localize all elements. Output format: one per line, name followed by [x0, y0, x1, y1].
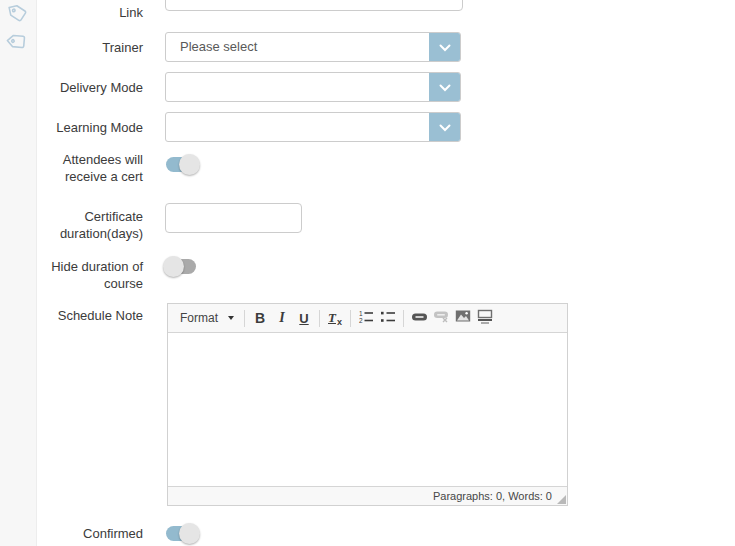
rich-text-editor: Format B I U Tx 1 2: [167, 303, 568, 506]
toggle-knob: [163, 256, 184, 277]
schedule-note-label: Schedule Note: [38, 307, 143, 324]
italic-icon: I: [279, 310, 284, 326]
link-input[interactable]: [165, 0, 463, 11]
unlink-button[interactable]: [430, 307, 452, 329]
format-dropdown[interactable]: Format: [176, 307, 238, 329]
hide-duration-toggle[interactable]: [166, 255, 203, 278]
unlink-icon: [433, 309, 450, 327]
attendees-cert-label: Attendees will receive a cert: [38, 151, 143, 185]
underline-icon: U: [299, 311, 308, 326]
learning-mode-label: Learning Mode: [38, 119, 143, 136]
certificate-duration-label: Certificate duration(days): [38, 208, 143, 242]
toolbar-separator: [244, 310, 245, 327]
toolbar-separator: [319, 310, 320, 327]
resize-grip[interactable]: [557, 495, 566, 504]
format-dropdown-label: Format: [180, 311, 220, 325]
delivery-mode-label: Delivery Mode: [38, 79, 143, 96]
editor-toolbar: Format B I U Tx 1 2: [168, 304, 567, 333]
image-icon: [455, 309, 471, 327]
hide-duration-label: Hide duration of course: [38, 258, 143, 292]
link-button[interactable]: [408, 307, 430, 329]
word-count-text: Paragraphs: 0, Words: 0: [433, 490, 552, 502]
trainer-select-value: Please select: [180, 33, 426, 61]
confirmed-toggle[interactable]: [166, 522, 203, 545]
toggle-knob: [179, 523, 200, 544]
trainer-select-button[interactable]: [429, 33, 460, 61]
caret-down-icon: [228, 316, 234, 320]
svg-text:2: 2: [359, 317, 363, 324]
link-label: Link: [38, 4, 143, 21]
toolbar-separator: [403, 310, 404, 327]
numbered-list-button[interactable]: 1 2: [355, 307, 377, 329]
toggle-knob: [179, 154, 200, 175]
learning-mode-select[interactable]: [165, 112, 461, 142]
chevron-down-icon: [439, 118, 451, 136]
learning-mode-select-button[interactable]: [429, 113, 460, 141]
chevron-down-icon: [439, 38, 451, 56]
form-page: Link Trainer Please select Delivery Mode…: [0, 0, 735, 546]
bold-icon: B: [255, 310, 265, 326]
image-button[interactable]: [452, 307, 474, 329]
remove-format-button[interactable]: Tx: [324, 307, 346, 329]
remove-format-icon-x: x: [337, 317, 342, 327]
svg-text:1: 1: [359, 309, 363, 316]
delivery-mode-select[interactable]: [165, 72, 461, 102]
confirmed-label: Confirmed: [38, 525, 143, 542]
italic-button[interactable]: I: [271, 307, 293, 329]
delivery-mode-select-button[interactable]: [429, 73, 460, 101]
trainer-label: Trainer: [38, 39, 143, 56]
horizontal-line-icon: [477, 309, 493, 328]
toolbar-separator: [350, 310, 351, 327]
left-sidebar: [0, 0, 37, 546]
link-icon: [411, 309, 428, 327]
bold-button[interactable]: B: [249, 307, 271, 329]
bulleted-list-icon: [380, 309, 396, 328]
chevron-down-icon: [439, 78, 451, 96]
underline-button[interactable]: U: [293, 307, 315, 329]
certificate-duration-input[interactable]: [165, 203, 302, 233]
tag-icon[interactable]: [7, 2, 30, 25]
remove-format-icon: T: [328, 310, 336, 326]
horizontal-line-button[interactable]: [474, 307, 496, 329]
editor-content[interactable]: [168, 333, 567, 486]
tag-icon[interactable]: [5, 28, 32, 55]
editor-status-bar: Paragraphs: 0, Words: 0: [168, 486, 567, 505]
attendees-cert-toggle[interactable]: [166, 153, 203, 176]
trainer-select[interactable]: Please select: [165, 32, 461, 62]
bulleted-list-button[interactable]: [377, 307, 399, 329]
numbered-list-icon: 1 2: [358, 309, 374, 328]
